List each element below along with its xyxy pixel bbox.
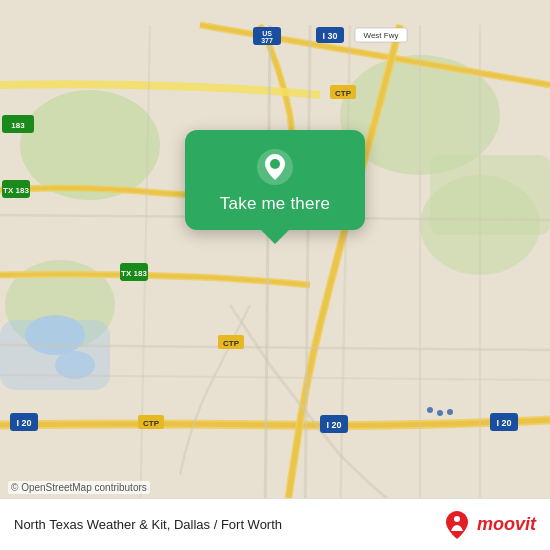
svg-point-45 [427, 407, 433, 413]
svg-text:CTP: CTP [143, 419, 160, 428]
location-pin-icon [256, 148, 294, 186]
moovit-logo: moovit [441, 509, 536, 541]
svg-point-49 [270, 159, 280, 169]
moovit-text: moovit [477, 514, 536, 535]
svg-text:TX 183: TX 183 [3, 186, 29, 195]
svg-text:West Fwy: West Fwy [364, 31, 399, 40]
svg-text:CTP: CTP [335, 89, 352, 98]
svg-text:I 30: I 30 [322, 31, 337, 41]
svg-text:TX 183: TX 183 [121, 269, 147, 278]
svg-text:I 20: I 20 [496, 418, 511, 428]
svg-text:183: 183 [11, 121, 25, 130]
bottom-bar: North Texas Weather & Kit, Dallas / Fort… [0, 498, 550, 550]
popup-card: Take me there [185, 130, 365, 230]
svg-point-47 [447, 409, 453, 415]
svg-text:I 20: I 20 [16, 418, 31, 428]
svg-rect-8 [0, 320, 110, 390]
svg-point-46 [437, 410, 443, 416]
moovit-icon [441, 509, 473, 541]
location-info: North Texas Weather & Kit, Dallas / Fort… [14, 517, 282, 532]
svg-point-50 [454, 516, 460, 522]
svg-point-1 [20, 90, 160, 200]
svg-text:US: US [262, 30, 272, 37]
svg-text:377: 377 [261, 37, 273, 44]
copyright-text: © OpenStreetMap contributors [8, 481, 150, 494]
svg-rect-5 [430, 155, 550, 235]
location-name: North Texas Weather & Kit, Dallas / Fort… [14, 517, 282, 532]
map-container: I 30 West Fwy TX 183 TX 183 US 377 I 20 … [0, 0, 550, 550]
take-me-there-button[interactable]: Take me there [220, 194, 330, 214]
svg-text:I 20: I 20 [326, 420, 341, 430]
svg-text:CTP: CTP [223, 339, 240, 348]
map-background: I 30 West Fwy TX 183 TX 183 US 377 I 20 … [0, 0, 550, 550]
